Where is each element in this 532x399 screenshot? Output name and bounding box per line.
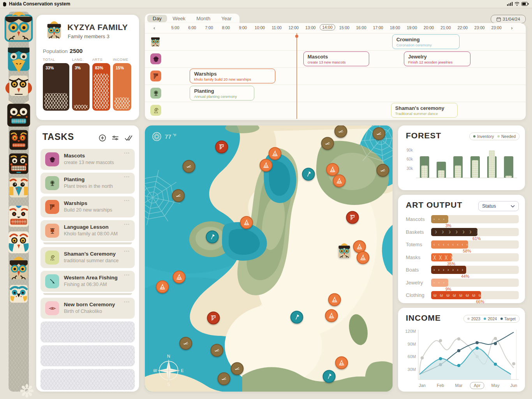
map-marker-family-home[interactable] [336, 243, 352, 260]
tab-day[interactable]: Day [147, 15, 167, 22]
task-item[interactable]: Warships Build 20 new warships ••• [41, 196, 135, 217]
hour-label: 19:00 [407, 25, 417, 30]
done-all-icon[interactable] [124, 134, 133, 142]
map-marker-canoe[interactable] [172, 189, 185, 202]
legend-needed: Needed [497, 134, 516, 139]
map-marker-flag[interactable] [207, 311, 220, 324]
hour-label: 10:00 [255, 25, 265, 30]
map-marker-axe[interactable] [302, 168, 315, 180]
status-dropdown[interactable]: Status [478, 201, 519, 211]
task-item[interactable]: New born Ceremony Birth of Chakoliko ••• [41, 298, 135, 319]
map-marker-tent[interactable] [328, 293, 341, 306]
settings-flower-gear-icon[interactable] [20, 384, 34, 398]
map-marker-axe[interactable] [290, 311, 303, 323]
owl-teal-totem [4, 12, 34, 43]
map-marker-flag[interactable] [215, 141, 228, 154]
tree-icon[interactable] [150, 88, 161, 99]
totem-pole-sidebar [9, 12, 29, 392]
spear-icon [45, 274, 59, 288]
map-marker-canoe[interactable] [183, 160, 196, 173]
income-legend: 20232024Target [463, 315, 520, 323]
task-item[interactable]: Western Area Fishing Fishing at 06:30 AM… [41, 271, 135, 292]
art-category-label: Baskets [406, 229, 424, 235]
map-marker-tent[interactable] [326, 163, 339, 176]
tab-week[interactable]: Week [167, 15, 191, 22]
map-marker-flag[interactable] [346, 211, 359, 224]
map-marker-tent[interactable] [335, 357, 348, 369]
calendar-view-tabs: DayWeekMonthYear [145, 14, 240, 23]
map-marker-tent[interactable] [156, 280, 169, 293]
mask-red-totem [7, 129, 30, 151]
art-category-label: Masks [406, 254, 421, 260]
spiral-icon[interactable] [150, 105, 161, 116]
forest-panel: FOREST InventoryNeeded 90k60k30kJanFebMa… [398, 125, 525, 190]
task-menu-dots[interactable]: ••• [124, 222, 130, 226]
map-marker-tent[interactable] [240, 216, 253, 229]
calendar-event[interactable]: Planting Annual planting ceremony [190, 86, 254, 101]
map-marker-canoe[interactable] [376, 164, 389, 177]
map-marker-canoe[interactable] [231, 362, 244, 375]
prev-hours-chevron[interactable]: ‹ [153, 25, 155, 31]
map-marker-tent[interactable] [260, 159, 273, 171]
task-title: New born Ceremony [64, 302, 115, 307]
map-marker-canoe[interactable] [217, 373, 230, 385]
haida-conservation-dashboard: { "topbar": { "title": "Haida Conservati… [0, 0, 532, 399]
task-menu-dots[interactable]: ••• [124, 151, 130, 155]
art-category-label: Boats [406, 267, 419, 273]
add-task-icon[interactable] [99, 134, 106, 142]
calendar-event[interactable]: Shaman's ceremony Traditional summer dan… [391, 103, 458, 118]
task-item[interactable]: Planting Plant trees in the north ••• [41, 173, 135, 194]
hour-label: 23:00 [491, 25, 501, 30]
owl-avatar[interactable] [150, 35, 161, 48]
date-picker[interactable]: 31/04/24 [491, 15, 526, 23]
task-menu-dots[interactable]: ••• [124, 249, 130, 253]
mascot-icon[interactable] [150, 53, 161, 64]
art-percent-label: 66% [431, 299, 484, 304]
map-marker-tent[interactable] [333, 175, 346, 187]
task-menu-dots[interactable]: ••• [124, 273, 130, 277]
temperature-value: 77 [165, 133, 171, 140]
task-item[interactable]: Mascots create 13 new mascots ••• [41, 149, 135, 170]
map-marker-tent[interactable] [173, 271, 185, 284]
calendar-event[interactable]: Crowning Coronation ceremony [392, 34, 460, 49]
task-menu-dots[interactable]: ••• [124, 175, 130, 179]
map-marker-axe[interactable] [206, 231, 218, 244]
event-title: Warships [194, 71, 271, 77]
map-marker-canoe[interactable] [211, 344, 224, 357]
art-row-masks: Masks ╳ ╳ ╳ ╳ ╳ ╳ ╳ ╳ ╳ ╳ ╳ ╳ ╳ ╳ 35% [398, 253, 525, 266]
svg-text:Mar: Mar [455, 383, 463, 388]
task-subtitle: Fishing at 06:30 AM [64, 282, 107, 287]
calendar-event[interactable]: Jewelry Finish 12 wooden jewelries [404, 51, 470, 66]
filter-icon[interactable] [111, 134, 119, 142]
map-marker-tent[interactable] [268, 147, 281, 160]
population-value: 2500 [70, 48, 83, 54]
flag-icon[interactable] [150, 71, 161, 81]
calendar-event[interactable]: Warships kholo family build 20 new warsh… [190, 69, 275, 83]
map-marker-canoe[interactable] [179, 337, 192, 350]
art-bar: ▫ ▫ ▫ ▫ ▫ ▫ ▫ ▫ ▫ ▫ ▫ ▫ ▫ ▫ [431, 279, 448, 287]
task-item[interactable]: Shaman’s Ceremony traditional summer dan… [41, 247, 135, 268]
population-row: Population2500 [43, 48, 83, 54]
tab-month[interactable]: Month [191, 15, 216, 22]
map-marker-tent[interactable] [325, 309, 338, 322]
chevron-down-icon [511, 205, 515, 208]
calendar-row [145, 102, 526, 119]
tab-year[interactable]: Year [216, 15, 237, 22]
task-menu-dots[interactable]: ••• [124, 300, 130, 304]
task-item[interactable]: Language Lesson Kholo family at 08:00 AM… [41, 220, 135, 241]
task-menu-dots[interactable]: ••• [124, 199, 130, 203]
task-subtitle: create 13 new mascots [64, 160, 114, 165]
map-marker-axe[interactable] [323, 370, 336, 383]
map-marker-canoe[interactable] [335, 125, 347, 138]
map-marker-tent[interactable] [357, 251, 370, 264]
calendar-event[interactable]: Mascots create 13 new mascots [303, 51, 369, 66]
family-stat-arts: ARTS 83% [92, 58, 110, 111]
event-subtitle: create 13 new mascots [308, 60, 365, 64]
hour-label: 17:00 [373, 25, 383, 30]
next-hours-chevron[interactable]: › [511, 25, 513, 31]
map-marker-canoe[interactable] [321, 137, 334, 150]
task-subtitle: Birth of Chakoliko [64, 309, 102, 314]
hand-icon [2, 2, 7, 7]
legend-2023: 2023 [467, 316, 480, 321]
map-marker-canoe[interactable] [373, 127, 386, 140]
